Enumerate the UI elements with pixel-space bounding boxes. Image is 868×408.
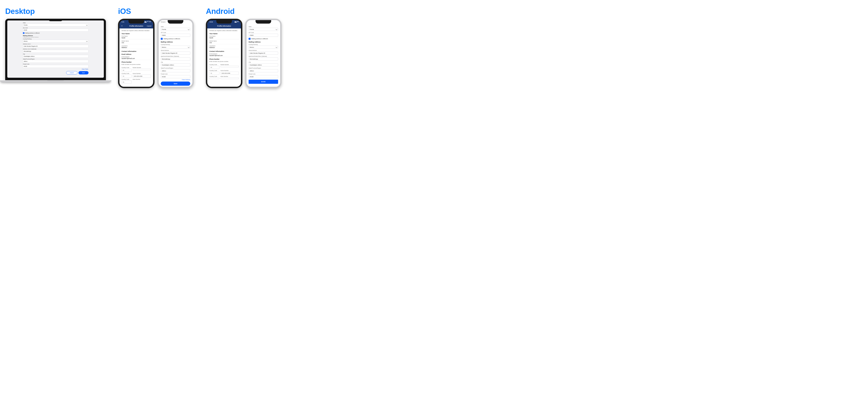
ios-phone-2: Hampton State Florida ZIP Code 23669 ✓ M… (157, 19, 194, 88)
last-name-label: Last Name (209, 45, 239, 47)
mailing-diff-checkbox[interactable]: ✓ Mailing address is different. (249, 38, 278, 40)
mailing-diff-checkbox[interactable]: ✓ Mailing address is different (23, 32, 89, 34)
mailing-diff-label: Mailing address is different. (251, 38, 268, 39)
zip-label: Zip Code (23, 27, 89, 29)
middle-name-value[interactable]: Ann (209, 42, 239, 44)
back-button[interactable] (121, 25, 123, 27)
street-value: Calle Nicolás Régules 65 (250, 53, 265, 54)
addr2-label: Address Line 2 (Optional) (23, 48, 89, 49)
state-value: Florida (162, 29, 166, 30)
status-time: 19:02 (209, 21, 213, 23)
contact-info-header: Contact Information (209, 50, 239, 52)
cc-value: +1 (123, 81, 124, 83)
addr1-label: Address Line 1 (23, 43, 89, 44)
city-input[interactable]: Guadalajara Jalisco (249, 63, 278, 66)
country-select[interactable]: Mexico (161, 46, 190, 49)
chevron-down-icon (86, 40, 88, 42)
email-value[interactable]: Sarah87@email.com (209, 55, 239, 57)
phone-hint: Enter at least one phone number. (209, 61, 239, 62)
save-button[interactable]: SAVE (249, 80, 278, 84)
home-label: Home Number (133, 73, 151, 74)
first-name-label: First Name (209, 35, 239, 37)
work-label: Work Number (133, 78, 151, 80)
home-value: 123-123-1233 (134, 75, 142, 77)
home-input[interactable]: 123-123-1233 (220, 72, 239, 75)
checkbox-checked-icon: ✓ (249, 38, 250, 40)
cancel-button[interactable]: CANCEL (249, 85, 278, 87)
state-label: State (161, 26, 190, 27)
postal-input[interactable]: 44180 (161, 75, 190, 78)
work-label: Work Number (220, 76, 239, 77)
cc-input-home[interactable]: +1 (122, 75, 132, 78)
postal-input[interactable]: 44180 (23, 65, 89, 68)
state-select[interactable]: Florida (23, 24, 89, 27)
city-input[interactable]: Guadalajara Jalisco (161, 63, 190, 66)
last-name-value[interactable]: Wellmen (209, 47, 239, 49)
street-input[interactable]: Calle Nicolás Régules 65 (249, 52, 278, 55)
cc-input-work[interactable] (209, 77, 219, 79)
zip-value: 23669 (250, 35, 253, 36)
postal-label: Postal Code (161, 73, 190, 75)
mobile-input[interactable] (220, 66, 239, 67)
apt-value: Mexicaltzingo (162, 58, 170, 60)
addr2-input[interactable]: Mexicaltzingo (23, 50, 89, 53)
cc-input-work[interactable]: +1 (122, 80, 132, 83)
country-select[interactable]: Mexico (249, 46, 278, 49)
cc-input-home[interactable]: +1 (209, 72, 219, 75)
phone-notch (128, 20, 144, 24)
first-name-value[interactable]: Sarah (122, 37, 151, 39)
cancel-button[interactable]: Cancel (66, 71, 77, 74)
your-name-header: Your Name (209, 33, 239, 35)
nav-cancel-button[interactable]: Cancel (147, 25, 151, 27)
zip-input[interactable]: 44180 (23, 29, 89, 32)
cc-input-mobile[interactable]: +1 (122, 69, 132, 72)
addr1-input[interactable]: Calle Nicolás Régules 65 (23, 45, 89, 48)
cc-input-mobile[interactable]: +1 (209, 66, 219, 69)
zip-label: ZIP Code (249, 32, 278, 33)
apt-label: Apartment/Suite/Other (Optional) (249, 56, 278, 57)
first-name-value[interactable]: Sarah (209, 37, 239, 39)
laptop-mockup: State Florida Zip Code 44180 ✓ Mailing a… (5, 19, 106, 82)
contact-info-header: Contact Information (122, 50, 151, 52)
home-input[interactable]: 123-123-1233 (133, 75, 151, 78)
city-value: Guadalajara Jalisco (162, 64, 174, 66)
street-input[interactable]: Calle Nicolás Régules 65 (161, 52, 190, 55)
platform-title-ios: iOS (118, 7, 194, 15)
state-select[interactable]: Florida (161, 28, 190, 31)
country-select[interactable]: Mexico (23, 40, 89, 43)
mailing-diff-label: Mailing address is different. (163, 38, 180, 39)
apt-input[interactable]: Mexicaltzingo (249, 58, 278, 61)
save-button[interactable]: Save (79, 71, 89, 74)
middle-name-label: Middle Name (122, 40, 151, 42)
region-input[interactable]: Jalisco (23, 60, 89, 63)
state-select[interactable]: Florida (249, 28, 278, 31)
ios-phone-1: 9:41 ▮▮▮ Profile Info (118, 19, 155, 88)
zip-input[interactable]: 23669 (249, 34, 278, 37)
region-input[interactable]: Jalisco (249, 69, 278, 72)
mobile-input[interactable] (133, 69, 151, 70)
mailing-address-header: Mailing Address (161, 41, 190, 43)
svg-rect-1 (150, 22, 151, 22)
region-input[interactable]: Jalisco (161, 69, 190, 72)
cc-label: Country Code (122, 78, 132, 80)
zip-input[interactable]: 23669 (161, 34, 190, 37)
mailing-diff-checkbox[interactable]: ✓ Mailing address is different. (161, 38, 190, 40)
city-value: Guadalajara Jalisco (24, 56, 35, 57)
apt-input[interactable]: Mexicaltzingo (161, 58, 190, 61)
clear-address-link[interactable]: Clear Address (161, 79, 190, 80)
mailing-address-sub: If different from Physical Address (23, 36, 89, 38)
email-value[interactable]: Sarah87@email.com (122, 58, 151, 60)
city-label: City (161, 61, 190, 63)
work-input[interactable] (220, 77, 239, 79)
postal-input[interactable]: 44180 (249, 75, 278, 78)
signal-icon: ▮▮▮ (145, 21, 147, 23)
city-input[interactable]: Guadalajara Jalisco (23, 55, 89, 58)
android-phone-2: State Florida ZIP Code 23669 ✓ Mailing a… (245, 19, 282, 88)
last-name-value[interactable]: Wellmen (122, 47, 151, 49)
save-button[interactable]: Save (161, 81, 190, 86)
cc-value: +1 (123, 70, 124, 71)
middle-name-value[interactable]: Ann (122, 42, 151, 44)
country-value: Mexico (162, 46, 166, 48)
email-label: Email Address (209, 53, 239, 55)
clear-fields-link[interactable]: Clear Fields (23, 69, 88, 70)
